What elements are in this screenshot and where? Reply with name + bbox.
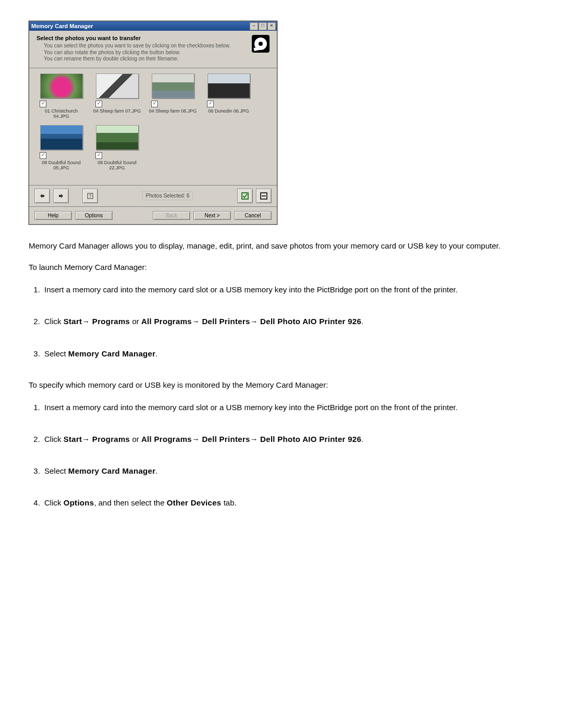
titlebar: Memory Card Manager – □ × xyxy=(29,21,277,31)
thumbnail-image[interactable] xyxy=(152,73,194,98)
svg-rect-2 xyxy=(253,47,259,51)
instruction-line: You can also rotate the photos by clicki… xyxy=(36,50,270,56)
thumbnail-image[interactable] xyxy=(96,125,139,150)
step-4: Click Options, and then select the Other… xyxy=(42,497,534,509)
thumbnail-image[interactable] xyxy=(207,73,250,98)
thumbnail-item[interactable]: ✓06 Dunedin 06.JPG xyxy=(204,73,253,119)
thumbnail-image[interactable] xyxy=(96,73,139,98)
thumbnail-grid: ✓01 Christchurch 04.JPG✓04 Sheep farm 07… xyxy=(29,68,277,186)
thumbnail-item[interactable]: ✓04 Sheep farm 07.JPG xyxy=(92,73,142,119)
svg-point-1 xyxy=(259,42,263,46)
step-3: Select Memory Card Manager. xyxy=(42,348,534,360)
rotate-right-button[interactable] xyxy=(53,189,69,203)
options-button[interactable]: Options xyxy=(75,211,113,220)
help-button[interactable]: Help xyxy=(34,211,72,220)
step-1b: Insert a memory card into the memory car… xyxy=(42,401,534,413)
instruction-title: Select the photos you want to transfer xyxy=(36,35,270,41)
step-3b: Select Memory Card Manager. xyxy=(42,465,534,477)
thumbnail-checkbox[interactable]: ✓ xyxy=(151,101,158,107)
thumbnail-checkbox[interactable]: ✓ xyxy=(95,101,102,107)
app-logo-icon xyxy=(252,35,270,53)
close-button[interactable]: × xyxy=(267,22,276,30)
document-body: Memory Card Manager allows you to displa… xyxy=(29,240,534,509)
launch-lead: To launch Memory Card Manager: xyxy=(29,262,534,273)
maximize-button[interactable]: □ xyxy=(259,22,267,30)
preview-button[interactable]: ? xyxy=(82,189,98,203)
svg-text:?: ? xyxy=(89,193,91,199)
thumbnail-image[interactable] xyxy=(40,73,83,98)
thumbnail-checkbox[interactable]: ✓ xyxy=(40,101,46,107)
thumbnail-filename[interactable]: 04 Sheep farm 07.JPG xyxy=(92,108,142,114)
thumbnail-checkbox[interactable]: ✓ xyxy=(40,152,46,159)
deselect-all-button[interactable] xyxy=(256,189,272,203)
minimize-button[interactable]: – xyxy=(250,22,258,30)
specify-lead: To specify which memory card or USB key … xyxy=(29,379,534,391)
thumbnail-filename[interactable]: 01 Christchurch 04.JPG xyxy=(36,108,86,119)
thumbnail-filename[interactable]: 04 Sheep farm 08.JPG xyxy=(148,108,198,114)
thumbnail-item[interactable]: ✓08 Doubtful Sound 05.JPG xyxy=(36,125,86,170)
window-controls: – □ × xyxy=(250,22,276,30)
launch-steps: Insert a memory card into the memory car… xyxy=(42,283,534,360)
intro-paragraph: Memory Card Manager allows you to displa… xyxy=(29,240,534,252)
thumbnail-item[interactable]: ✓04 Sheep farm 08.JPG xyxy=(148,73,198,119)
photos-selected-label: Photos Selected: 6 xyxy=(142,191,193,200)
thumbnail-image[interactable] xyxy=(40,125,83,150)
cancel-button[interactable]: Cancel xyxy=(234,211,272,220)
thumbnail-item[interactable]: ✓08 Doubtful Sound 22.JPG xyxy=(92,125,142,170)
select-all-button[interactable] xyxy=(237,189,253,203)
toolbar: ? Photos Selected: 6 xyxy=(29,186,277,206)
thumbnail-checkbox[interactable]: ✓ xyxy=(207,101,214,107)
memory-card-manager-window: Memory Card Manager – □ × Select the pho… xyxy=(29,21,277,225)
thumbnail-item[interactable]: ✓01 Christchurch 04.JPG xyxy=(36,73,86,119)
step-2: Click Start→ Programs or All Programs→ D… xyxy=(42,315,534,327)
instruction-line: You can rename them by double clicking o… xyxy=(36,56,270,63)
step-1: Insert a memory card into the memory car… xyxy=(42,283,534,295)
bottom-button-bar: Help Options Back Next > Cancel xyxy=(29,206,277,224)
thumbnail-filename[interactable]: 06 Dunedin 06.JPG xyxy=(204,108,253,114)
back-button[interactable]: Back xyxy=(153,211,190,220)
thumbnail-filename[interactable]: 08 Doubtful Sound 05.JPG xyxy=(36,160,86,170)
thumbnail-checkbox[interactable]: ✓ xyxy=(95,152,102,159)
instruction-line: You can select the photos you want to sa… xyxy=(36,43,270,50)
rotate-left-button[interactable] xyxy=(34,189,50,203)
next-button[interactable]: Next > xyxy=(193,211,231,220)
instruction-panel: Select the photos you want to transfer Y… xyxy=(29,31,277,68)
thumbnail-filename[interactable]: 08 Doubtful Sound 22.JPG xyxy=(92,160,142,170)
specify-steps: Insert a memory card into the memory car… xyxy=(42,401,534,509)
step-2b: Click Start→ Programs or All Programs→ D… xyxy=(42,433,534,445)
window-title: Memory Card Manager xyxy=(31,23,93,29)
